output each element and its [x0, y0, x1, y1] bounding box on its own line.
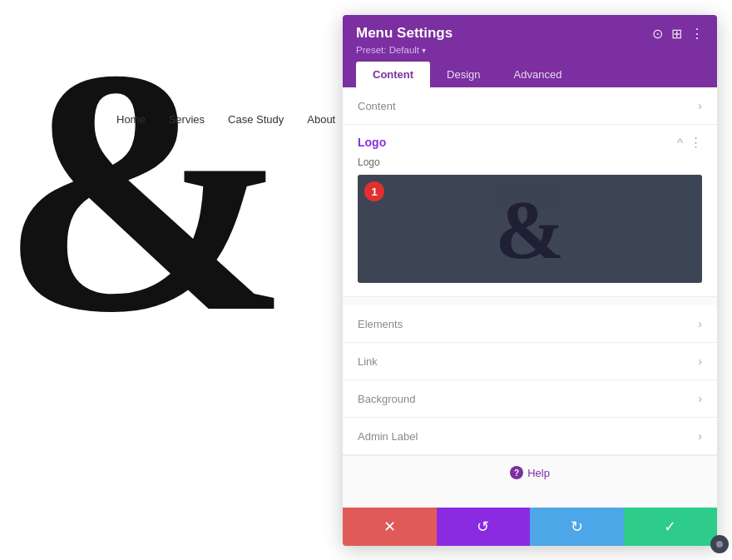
tab-design[interactable]: Design	[430, 62, 497, 87]
panel-title-row: Menu Settings ⊙ ⊞ ⋮	[356, 25, 704, 42]
admin-label-section-label: Admin Label	[358, 430, 418, 443]
background-ampersand: &	[0, 17, 291, 366]
panel-title-icons: ⊙ ⊞ ⋮	[652, 26, 704, 42]
bottom-circle-inner	[716, 541, 723, 548]
content-chevron-icon: ›	[698, 99, 702, 112]
logo-section-icons: ^ ⋮	[677, 135, 702, 150]
link-section-row[interactable]: Link ›	[343, 343, 717, 380]
logo-label: Logo	[358, 156, 702, 168]
panel-tabs: Content Design Advanced	[356, 62, 704, 87]
action-bar: ✕ ↺ ↻ ✓	[343, 508, 717, 546]
panel-preset[interactable]: Preset: Default	[356, 45, 704, 55]
redo-button[interactable]: ↻	[530, 508, 624, 546]
panel-title: Menu Settings	[356, 25, 453, 42]
settings-panel: Menu Settings ⊙ ⊞ ⋮ Preset: Default Cont…	[343, 15, 717, 546]
background-section-label: Background	[358, 393, 415, 405]
logo-number-badge: 1	[364, 181, 384, 201]
undo-button[interactable]: ↺	[437, 508, 531, 546]
admin-label-section-row[interactable]: Admin Label ›	[343, 418, 717, 455]
panel-body: Content › Logo ^ ⋮ Logo 1 & Elements ›	[343, 87, 717, 508]
link-section-label: Link	[358, 355, 378, 368]
section-spacer-1	[343, 297, 717, 305]
tab-content[interactable]: Content	[356, 62, 430, 87]
panel-more-icon[interactable]: ⋮	[690, 26, 704, 42]
panel-layout-icon[interactable]: ⊞	[671, 26, 682, 42]
nav-services[interactable]: Servies	[169, 113, 205, 126]
help-icon: ?	[510, 466, 523, 479]
background-section-row[interactable]: Background ›	[343, 380, 717, 418]
logo-section: Logo ^ ⋮ Logo 1 &	[343, 125, 717, 297]
elements-section-label: Elements	[358, 318, 403, 330]
elements-section-row[interactable]: Elements ›	[343, 305, 717, 343]
link-chevron-icon: ›	[698, 354, 702, 368]
nav-case-study[interactable]: Case Study	[228, 113, 284, 126]
content-section-row[interactable]: Content ›	[343, 87, 717, 125]
logo-collapse-icon[interactable]: ^	[677, 136, 683, 150]
elements-chevron-icon: ›	[698, 317, 702, 330]
nav-about[interactable]: About	[307, 113, 335, 126]
help-label: Help	[527, 467, 550, 479]
logo-ampersand: &	[495, 181, 564, 277]
background-chevron-icon: ›	[698, 392, 702, 405]
panel-header: Menu Settings ⊙ ⊞ ⋮ Preset: Default Cont…	[343, 15, 717, 87]
panel-footer: ? Help	[343, 455, 717, 489]
logo-image-container[interactable]: 1 &	[358, 175, 702, 283]
bottom-circle-button[interactable]	[710, 535, 729, 553]
logo-more-icon[interactable]: ⋮	[690, 135, 702, 150]
admin-label-chevron-icon: ›	[698, 429, 702, 443]
logo-section-header: Logo ^ ⋮	[358, 125, 702, 156]
help-link[interactable]: ? Help	[510, 466, 550, 479]
tab-advanced[interactable]: Advanced	[497, 62, 579, 87]
logo-section-title: Logo	[358, 136, 386, 149]
nav-bar: Home Servies Case Study About	[116, 113, 335, 126]
nav-home[interactable]: Home	[116, 113, 146, 126]
content-section-label: Content	[358, 100, 396, 112]
cancel-button[interactable]: ✕	[343, 508, 437, 546]
save-button[interactable]: ✓	[624, 508, 718, 546]
panel-target-icon[interactable]: ⊙	[652, 26, 663, 42]
